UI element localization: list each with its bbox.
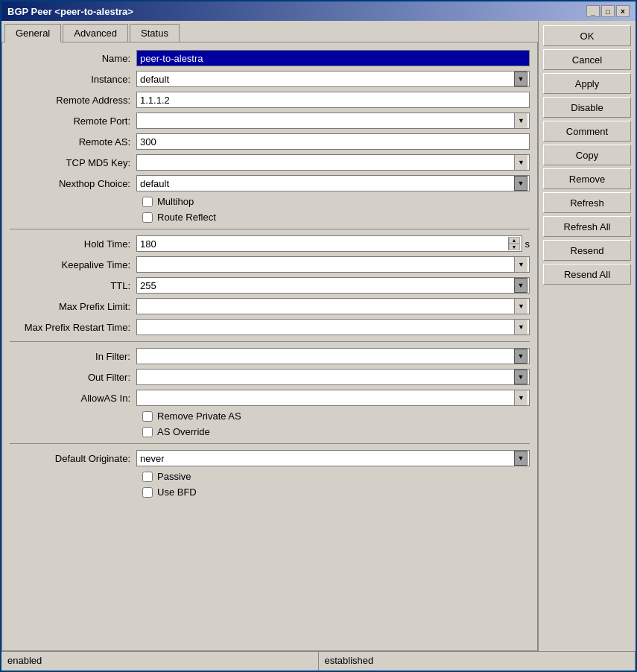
allow-as-select[interactable]: ▼	[136, 390, 530, 406]
max-prefix-restart-label: Max Prefix Restart Time:	[10, 322, 136, 333]
status-left: enabled	[1, 652, 319, 671]
main-panel: General Advanced Status Name: Instan	[1, 21, 539, 651]
tab-general[interactable]: General	[4, 24, 61, 42]
default-originate-label: Default Originate:	[10, 453, 136, 464]
route-reflect-checkbox[interactable]	[142, 212, 153, 223]
name-label: Name:	[10, 53, 136, 64]
refresh-all-button[interactable]: Refresh All	[543, 216, 631, 237]
as-override-label: AS Override	[157, 426, 210, 437]
ok-button[interactable]: OK	[543, 25, 631, 46]
hold-time-label: Hold Time:	[10, 238, 136, 250]
in-filter-dropdown-arrow[interactable]: ▼	[514, 349, 527, 364]
keepalive-label: Keepalive Time:	[10, 259, 136, 270]
hold-time-down[interactable]: ▼	[509, 244, 520, 250]
multihop-checkbox[interactable]	[142, 197, 153, 207]
maximize-button[interactable]: □	[601, 5, 615, 17]
in-filter-label: In Filter:	[10, 351, 136, 362]
hold-time-spinner[interactable]: ▲ ▼	[508, 237, 520, 250]
remote-address-input[interactable]	[136, 92, 530, 108]
instance-row: Instance: default ▼	[10, 71, 530, 87]
keepalive-row: Keepalive Time: ▼	[10, 256, 530, 273]
max-prefix-select[interactable]: ▼	[136, 298, 530, 314]
tab-advanced[interactable]: Advanced	[63, 24, 128, 42]
instance-select[interactable]: default ▼	[136, 71, 530, 87]
title-bar-buttons: _ □ ×	[586, 5, 630, 17]
separator-1	[10, 229, 530, 229]
separator-2	[10, 341, 530, 342]
instance-label: Instance:	[10, 74, 136, 85]
tcp-md5-dropdown-arrow[interactable]: ▼	[514, 155, 527, 170]
name-row: Name:	[10, 50, 530, 66]
remote-as-input[interactable]	[136, 133, 530, 150]
remove-private-checkbox[interactable]	[142, 411, 153, 422]
in-filter-select[interactable]: ▼	[136, 348, 530, 364]
max-prefix-restart-select[interactable]: ▼	[136, 319, 530, 335]
max-prefix-restart-dropdown-arrow[interactable]: ▼	[514, 320, 527, 335]
out-filter-dropdown-arrow[interactable]: ▼	[514, 370, 527, 384]
separator-3	[10, 443, 530, 444]
multihop-row: Multihop	[142, 196, 530, 207]
refresh-button[interactable]: Refresh	[543, 192, 631, 213]
side-panel: OK Cancel Apply Disable Comment Copy Rem…	[539, 21, 636, 651]
use-bfd-checkbox[interactable]	[142, 487, 153, 498]
apply-button[interactable]: Apply	[543, 73, 631, 94]
route-reflect-label: Route Reflect	[157, 212, 216, 223]
disable-button[interactable]: Disable	[543, 97, 631, 118]
remote-port-select[interactable]: ▼	[136, 112, 530, 129]
out-filter-label: Out Filter:	[10, 372, 136, 383]
default-originate-row: Default Originate: never ▼	[10, 450, 530, 466]
remove-private-row: Remove Private AS	[142, 411, 530, 422]
tcp-md5-label: TCP MD5 Key:	[10, 157, 136, 168]
max-prefix-label: Max Prefix Limit:	[10, 301, 136, 312]
tab-status[interactable]: Status	[130, 24, 180, 42]
resend-all-button[interactable]: Resend All	[543, 264, 631, 285]
in-filter-row: In Filter: ▼	[10, 348, 530, 364]
remote-as-label: Remote AS:	[10, 136, 136, 148]
close-button[interactable]: ×	[616, 5, 630, 17]
passive-checkbox[interactable]	[142, 472, 153, 482]
hold-time-suffix: s	[525, 238, 530, 250]
status-bar: enabled established	[1, 651, 636, 671]
cancel-button[interactable]: Cancel	[543, 49, 631, 70]
default-originate-dropdown-arrow[interactable]: ▼	[514, 451, 527, 466]
keepalive-dropdown-arrow[interactable]: ▼	[514, 257, 527, 272]
minimize-button[interactable]: _	[586, 5, 600, 17]
max-prefix-dropdown-arrow[interactable]: ▼	[514, 299, 527, 314]
allow-as-dropdown-arrow[interactable]: ▼	[514, 390, 527, 405]
name-input[interactable]	[136, 50, 530, 66]
tcp-md5-select[interactable]: ▼	[136, 154, 530, 171]
tcp-md5-row: TCP MD5 Key: ▼	[10, 154, 530, 171]
nexthop-row: Nexthop Choice: default ▼	[10, 175, 530, 191]
ttl-select[interactable]: 255 ▼	[136, 277, 530, 294]
copy-button[interactable]: Copy	[543, 145, 631, 165]
remote-address-label: Remote Address:	[10, 95, 136, 106]
ttl-row: TTL: 255 ▼	[10, 277, 530, 294]
ttl-dropdown-arrow[interactable]: ▼	[514, 278, 527, 293]
hold-time-select[interactable]: 180 ▲ ▼	[136, 235, 522, 252]
use-bfd-label: Use BFD	[157, 486, 197, 498]
passive-row: Passive	[142, 471, 530, 482]
nexthop-dropdown-arrow[interactable]: ▼	[514, 176, 527, 191]
instance-dropdown-arrow[interactable]: ▼	[514, 72, 527, 86]
as-override-checkbox[interactable]	[142, 427, 153, 437]
as-override-row: AS Override	[142, 426, 530, 437]
window-title: BGP Peer <peer-to-alestra>	[7, 6, 133, 17]
out-filter-select[interactable]: ▼	[136, 369, 530, 385]
status-right: established	[319, 652, 636, 671]
passive-label: Passive	[157, 471, 191, 482]
remove-private-label: Remove Private AS	[157, 411, 241, 422]
nexthop-select[interactable]: default ▼	[136, 175, 530, 191]
resend-button[interactable]: Resend	[543, 240, 631, 261]
out-filter-row: Out Filter: ▼	[10, 369, 530, 385]
tabs-bar: General Advanced Status	[1, 21, 538, 42]
remote-port-dropdown-arrow[interactable]: ▼	[514, 113, 527, 128]
comment-button[interactable]: Comment	[543, 121, 631, 142]
title-bar: BGP Peer <peer-to-alestra> _ □ ×	[1, 1, 636, 21]
default-originate-select[interactable]: never ▼	[136, 450, 530, 466]
max-prefix-restart-row: Max Prefix Restart Time: ▼	[10, 319, 530, 335]
remove-button[interactable]: Remove	[543, 168, 631, 189]
remote-as-row: Remote AS:	[10, 133, 530, 150]
keepalive-select[interactable]: ▼	[136, 256, 530, 273]
hold-time-up[interactable]: ▲	[509, 237, 520, 244]
nexthop-label: Nexthop Choice:	[10, 178, 136, 189]
